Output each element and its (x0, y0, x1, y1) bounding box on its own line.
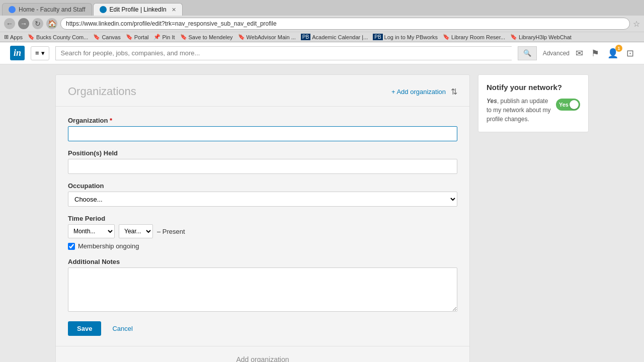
refresh-button[interactable]: ↻ (32, 18, 43, 29)
occupation-label: Occupation (68, 182, 457, 190)
add-org-bottom-label: Add organization (236, 355, 289, 362)
reorder-button[interactable]: ⇅ (451, 87, 457, 97)
search-button[interactable]: 🔍 (518, 46, 537, 60)
page-content: Organizations + Add organization ⇅ Organ… (45, 64, 599, 362)
menu-icon: ≡ (35, 49, 39, 57)
tab-close-icon[interactable]: ✕ (172, 7, 176, 13)
main-panel: Organizations + Add organization ⇅ Organ… (55, 74, 470, 362)
bookmark-pbworks[interactable]: PB Log in to My PBworks (373, 34, 438, 40)
time-period-group: Time Period Month... JanuaryFebruaryMarc… (68, 215, 457, 250)
notify-yes-text: Yes (487, 98, 497, 105)
notify-toggle[interactable]: Yes (556, 99, 580, 111)
cancel-button[interactable]: Cancel (106, 321, 138, 336)
flag-icon[interactable]: ⚑ (591, 48, 599, 59)
present-text: – Present (157, 228, 185, 235)
linkedin-nav: in ≡ ▾ 🔍 Advanced ✉ ⚑ 👤 1 ⊡ (0, 42, 644, 64)
nav-menu-button[interactable]: ≡ ▾ (31, 46, 49, 60)
bookmark-apps[interactable]: ⊞ Apps (4, 34, 23, 40)
address-bar-row: ← → ↻ 🏠 https://www.linkedin.com/profile… (0, 16, 644, 32)
notifications-badge: 1 (615, 45, 622, 52)
required-marker: * (108, 117, 112, 124)
notifications-icon[interactable]: 👤 1 (607, 48, 618, 59)
time-period-row: Month... JanuaryFebruaryMarch AprilMayJu… (68, 224, 457, 238)
time-period-label: Time Period (68, 215, 457, 222)
organization-form: Organization * Position(s) Held Occupati… (56, 107, 469, 346)
browser-chrome: Home - Faculty and Staff Edit Profile | … (0, 0, 644, 42)
additional-notes-group: Additional Notes (68, 258, 457, 313)
tab-bar: Home - Faculty and Staff Edit Profile | … (0, 0, 644, 16)
tab-linkedin-label: Edit Profile | LinkedIn (110, 6, 167, 13)
bookmark-webadvisor[interactable]: 🔖 WebAdvisor Main ... (238, 34, 296, 40)
organization-group: Organization * (68, 117, 457, 141)
occupation-select[interactable]: Choose... Student Faculty Staff Administ… (68, 192, 457, 207)
positions-label: Position(s) Held (68, 149, 457, 157)
add-org-bottom[interactable]: Add organization (56, 346, 469, 362)
organizations-title: Organizations (68, 85, 136, 98)
add-organization-button[interactable]: + Add organization (391, 88, 446, 96)
membership-ongoing-label[interactable]: Membership ongoing (78, 242, 139, 250)
messages-icon[interactable]: ✉ (576, 48, 583, 59)
bookmark-portal[interactable]: 🔖 Portal (126, 34, 149, 40)
positions-input[interactable] (68, 159, 457, 174)
menu-chevron-icon: ▾ (41, 49, 45, 57)
additional-notes-label: Additional Notes (68, 258, 457, 265)
bookmark-mendeley[interactable]: 🔖 Save to Mendeley (180, 34, 233, 40)
organizations-header: Organizations + Add organization ⇅ (56, 75, 469, 107)
home-button[interactable]: 🏠 (46, 18, 57, 29)
tab-linkedin-icon (100, 6, 107, 13)
positions-group: Position(s) Held (68, 149, 457, 174)
notify-text: Yes, publish an update to my network abo… (487, 97, 551, 124)
save-button[interactable]: Save (68, 321, 101, 336)
year-select[interactable]: Year... 202420232022 202120202019 (119, 224, 153, 238)
notify-body: Yes, publish an update to my network abo… (487, 97, 580, 124)
right-panel: Notify your network? Yes, publish an upd… (478, 74, 589, 362)
occupation-group: Occupation Choose... Student Faculty Sta… (68, 182, 457, 207)
bookmark-bucks[interactable]: 🔖 Bucks County Com... (28, 34, 88, 40)
bookmark-academic[interactable]: PB Academic Calendar |... (301, 34, 368, 40)
organization-input[interactable] (68, 126, 457, 141)
advanced-link[interactable]: Advanced (543, 50, 570, 57)
membership-ongoing-row: Membership ongoing (68, 242, 457, 250)
toggle-knob (570, 100, 579, 109)
membership-ongoing-checkbox[interactable] (68, 243, 75, 250)
bookmark-pinit[interactable]: 📌 Pin It (153, 34, 175, 40)
linkedin-logo[interactable]: in (10, 46, 25, 60)
header-actions: + Add organization ⇅ (391, 87, 457, 97)
bookmarks-bar: ⊞ Apps 🔖 Bucks County Com... 🔖 Canvas 🔖 … (0, 32, 644, 42)
bookmark-star-icon[interactable]: ☆ (633, 19, 640, 29)
bookmark-library[interactable]: 🔖 Library Room Reser... (443, 34, 505, 40)
nav-icons: ✉ ⚑ 👤 1 ⊡ (576, 48, 634, 59)
tab-home-icon (9, 6, 16, 13)
organization-label: Organization * (68, 117, 457, 124)
address-input[interactable]: https://www.linkedin.com/profile/edit?tr… (60, 18, 630, 30)
month-select[interactable]: Month... JanuaryFebruaryMarch AprilMayJu… (68, 224, 115, 238)
search-input[interactable] (55, 46, 512, 60)
form-actions: Save Cancel (68, 321, 457, 336)
additional-notes-textarea[interactable] (68, 267, 457, 312)
address-text: https://www.linkedin.com/profile/edit?tr… (66, 20, 277, 27)
toggle-label-text: Yes (559, 102, 569, 108)
back-button[interactable]: ← (4, 18, 15, 29)
forward-button[interactable]: → (18, 18, 29, 29)
notify-title: Notify your network? (487, 83, 580, 92)
bookmark-canvas[interactable]: 🔖 Canvas (93, 34, 120, 40)
tab-home-label: Home - Faculty and Staff (19, 6, 86, 13)
profile-icon[interactable]: ⊡ (626, 48, 634, 59)
tab-home[interactable]: Home - Faculty and Staff (2, 3, 92, 16)
tab-linkedin[interactable]: Edit Profile | LinkedIn ✕ (93, 3, 183, 16)
notify-card: Notify your network? Yes, publish an upd… (478, 74, 589, 132)
bookmark-libraryh3lp[interactable]: 🔖 LibraryH3lp WebChat (510, 34, 572, 40)
